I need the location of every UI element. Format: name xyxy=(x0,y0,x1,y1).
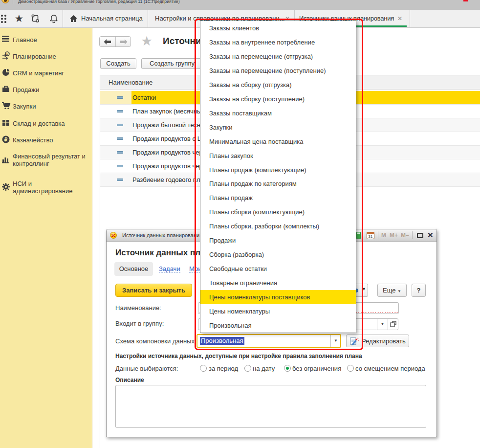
svg-text:₽: ₽ xyxy=(6,52,9,56)
svg-text:31: 31 xyxy=(369,234,373,239)
svg-text:₽: ₽ xyxy=(4,137,8,142)
